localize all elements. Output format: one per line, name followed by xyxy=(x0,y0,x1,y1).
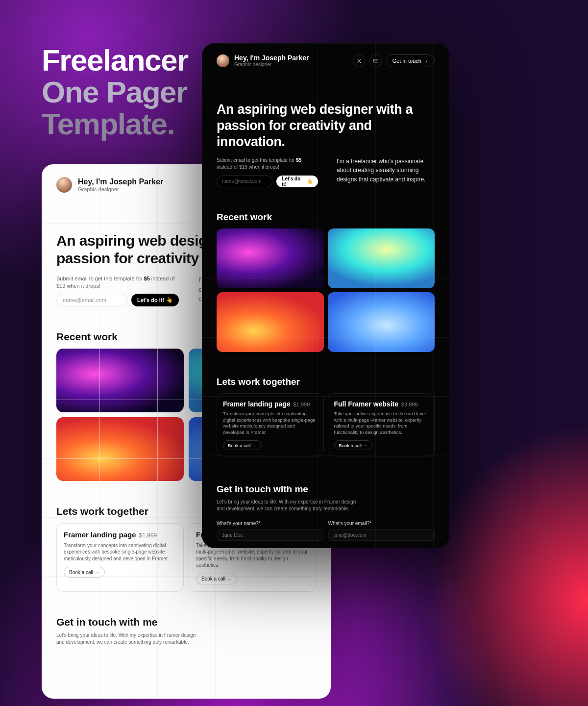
book-call-button[interactable]: Book a call → xyxy=(196,574,237,584)
mail-icon[interactable] xyxy=(369,54,382,67)
avatar xyxy=(56,177,72,193)
contact-sub: Let's bring your ideas to life. With my … xyxy=(42,632,218,646)
greeting: Hey, I'm Joseph Parker xyxy=(78,177,163,186)
book-call-button[interactable]: Book a call → xyxy=(223,440,262,450)
role: Graphic designer xyxy=(234,62,309,67)
preview-dark: Hey, I'm Joseph Parker Graphic designer … xyxy=(202,43,449,548)
email-input[interactable]: name@email.com xyxy=(217,176,272,187)
page-title: Freelancer One Pager Template. xyxy=(42,44,188,140)
section-lets-work: Lets work together xyxy=(202,352,449,393)
work-thumb[interactable] xyxy=(56,417,184,481)
section-recent-work: Recent work xyxy=(202,187,449,228)
avatar xyxy=(217,54,229,67)
contact-email-input[interactable]: jane@doe.com xyxy=(328,529,435,541)
name-label: What's your name?* xyxy=(217,521,261,526)
name-input[interactable]: Jane Doe xyxy=(217,529,323,541)
work-thumb[interactable] xyxy=(328,292,435,352)
offer-card: Framer landing page$1,999 Transform your… xyxy=(217,393,324,456)
email-input[interactable]: name@email.com xyxy=(56,294,127,306)
work-thumb[interactable] xyxy=(328,228,435,288)
section-contact: Get in touch with me xyxy=(202,456,449,501)
work-thumb[interactable] xyxy=(56,349,184,412)
hero-blurb: I'm a freelancer who's passionate about … xyxy=(337,157,435,187)
email-label: What's your email?* xyxy=(328,521,372,526)
work-thumb[interactable] xyxy=(217,292,324,352)
contact-sub: Let's bring your ideas to life. With my … xyxy=(202,499,378,512)
book-call-button[interactable]: Book a call → xyxy=(334,440,373,450)
submit-button[interactable]: Let's do it!👆 xyxy=(276,176,318,187)
offer-card: Full Framer website$3,999 Take your onli… xyxy=(328,393,435,456)
promo-text: Submit email to get this template for $5… xyxy=(217,157,318,171)
twitter-icon[interactable] xyxy=(353,54,366,67)
work-thumb[interactable] xyxy=(217,228,324,288)
promo-text: Submit email to get this template for $5… xyxy=(56,275,184,290)
role: Graphic designer xyxy=(78,186,163,192)
section-contact: Get in touch with me xyxy=(42,592,331,634)
submit-button[interactable]: Let's do it!👆 xyxy=(131,294,179,306)
get-in-touch-button[interactable]: Get in touch → xyxy=(386,54,435,67)
offer-card: Framer landing page$1,999 Transform your… xyxy=(56,523,184,592)
svg-rect-0 xyxy=(373,59,378,62)
greeting: Hey, I'm Joseph Parker xyxy=(234,54,309,62)
book-call-button[interactable]: Book a call → xyxy=(64,567,105,578)
hero-headline: An aspiring web designer with a passion … xyxy=(217,101,435,150)
